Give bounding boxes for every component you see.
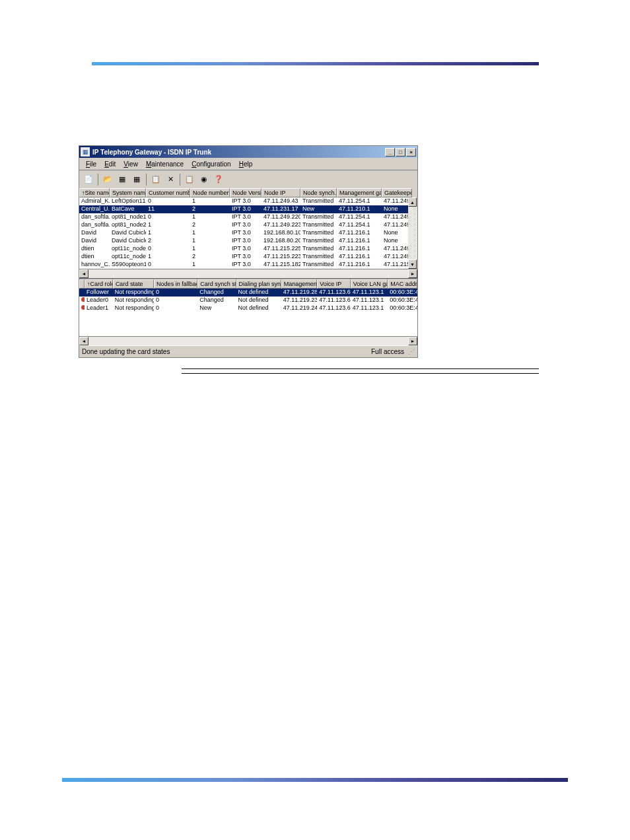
horizontal-scrollbar[interactable]: ◄ ► xyxy=(79,336,417,345)
table-row[interactable]: dan_softla...opt81_node101IPT 3.047.11.2… xyxy=(79,213,417,221)
cell: 1 xyxy=(190,197,230,205)
cell: opt81_node1 xyxy=(110,213,146,221)
cell: IPT 3.0 xyxy=(230,245,262,253)
table-row[interactable]: DavidDavid Cubicle11IPT 3.0192.168.80.10… xyxy=(79,229,417,237)
resize-grip-icon[interactable]: ⋰ xyxy=(408,348,415,355)
scroll-left-icon[interactable]: ◄ xyxy=(79,269,88,278)
cell: Not defined xyxy=(236,289,281,297)
cell: New xyxy=(197,304,236,312)
cell: 47.11.210.1 xyxy=(337,205,382,213)
menubar: File Edit View Maintenance Configuration… xyxy=(79,158,417,170)
menu-file[interactable]: File xyxy=(82,159,100,169)
table-row[interactable]: Central_U...BatCave112IPT 3.047.11.231.1… xyxy=(79,205,417,213)
table-row[interactable]: hannov_C...S590opteon1101IPT 3.047.11.21… xyxy=(79,261,417,269)
open-icon[interactable]: 📂 xyxy=(101,173,114,186)
col-node-number[interactable]: Node number xyxy=(190,188,230,197)
cell: IPT 3.0 xyxy=(230,237,262,245)
cell: 47.11.231.17 xyxy=(262,205,300,213)
sync-icon[interactable]: ◉ xyxy=(197,173,211,186)
cell: Transmitted xyxy=(300,253,337,261)
cell: David Cubicle xyxy=(110,229,146,237)
cell: Changed xyxy=(197,289,236,297)
table-row[interactable]: FollowerNot responding0ChangedNot define… xyxy=(79,289,417,297)
table-row[interactable]: Leader0Not responding0ChangedNot defined… xyxy=(79,297,417,304)
col-node-version[interactable]: Node Version xyxy=(230,188,262,197)
col-mgmt-gateway[interactable]: Management gat... xyxy=(337,188,382,197)
status-message: Done updating the card states xyxy=(82,348,170,355)
col-node-ip[interactable]: Node IP xyxy=(262,188,300,197)
cell: Central_U... xyxy=(79,205,110,213)
delete-icon[interactable]: ✕ xyxy=(164,173,177,186)
col-voice-lan[interactable]: Voice LAN gatew... xyxy=(351,279,388,289)
cell: Changed xyxy=(197,297,236,304)
col-mgmt-ip[interactable]: Management IP xyxy=(281,279,318,289)
cell: New xyxy=(300,205,337,213)
scroll-up-icon[interactable]: ▲ xyxy=(408,197,417,207)
col-card-role[interactable]: ↑Card role xyxy=(85,279,113,289)
new-icon[interactable]: 📄 xyxy=(82,173,95,186)
menu-maintenance[interactable]: Maintenance xyxy=(142,159,188,169)
cell: David xyxy=(79,229,110,237)
scroll-track[interactable] xyxy=(88,337,408,345)
scroll-track[interactable] xyxy=(88,269,408,278)
cell: Not responding xyxy=(113,304,154,312)
col-customer-number[interactable]: Customer number xyxy=(146,188,190,197)
cell: IPT 3.0 xyxy=(230,229,262,237)
scroll-right-icon[interactable]: ► xyxy=(408,269,417,278)
col-mac[interactable]: MAC address xyxy=(388,279,417,289)
col-nodes-fallback[interactable]: Nodes in fallback xyxy=(154,279,197,289)
col-system-name[interactable]: System name xyxy=(110,188,146,197)
vertical-scrollbar[interactable]: ▲ ▼ xyxy=(408,197,417,269)
toolbar-separator xyxy=(146,174,147,186)
cell: Transmitted xyxy=(300,197,337,205)
table-row[interactable]: Leader1Not responding0NewNot defined47.1… xyxy=(79,304,417,312)
table-row[interactable]: DavidDavid Cubicle21IPT 3.0192.168.80.20… xyxy=(79,237,417,245)
scroll-left-icon[interactable]: ◄ xyxy=(79,337,88,345)
menu-configuration[interactable]: Configuration xyxy=(188,159,235,169)
col-card-state[interactable]: Card state xyxy=(113,279,154,289)
help-icon[interactable]: ❓ xyxy=(212,173,225,186)
table-row[interactable]: Admiral_K...LeftOption1101IPT 3.047.11.2… xyxy=(79,197,417,205)
scroll-down-icon[interactable]: ▼ xyxy=(408,260,417,269)
row-marker xyxy=(79,304,85,312)
cell: 0 xyxy=(146,245,190,253)
cell: Not responding xyxy=(113,297,154,304)
menu-help[interactable]: Help xyxy=(235,159,257,169)
grid1-icon[interactable]: ▦ xyxy=(116,173,129,186)
cell: opt11c_node1 xyxy=(110,245,146,253)
cell: Transmitted xyxy=(300,229,337,237)
cell: 1 xyxy=(190,245,230,253)
cell: Leader1 xyxy=(85,304,113,312)
maximize-button[interactable]: □ xyxy=(396,148,405,157)
scroll-right-icon[interactable]: ► xyxy=(408,337,417,345)
cell: Leader0 xyxy=(85,297,113,304)
copy-icon[interactable]: 📋 xyxy=(149,173,162,186)
table-row[interactable]: dan_softla...opt81_node212IPT 3.047.11.2… xyxy=(79,221,417,229)
horizontal-scrollbar[interactable]: ◄ ► xyxy=(79,269,417,278)
col-voice-ip[interactable]: Voice IP xyxy=(317,279,351,289)
cell: hannov_C... xyxy=(79,261,110,269)
table-row[interactable]: dtienopt11c_node212IPT 3.047.11.215.223T… xyxy=(79,253,417,261)
grid2-icon[interactable]: ▦ xyxy=(130,173,143,186)
col-card-synch[interactable]: Card synch status xyxy=(197,279,236,289)
table-row[interactable]: dtienopt11c_node101IPT 3.047.11.215.225T… xyxy=(79,245,417,253)
cell: 47.11.216.1 xyxy=(337,229,382,237)
col-site-name[interactable]: ↑Site name xyxy=(79,188,110,197)
scroll-track[interactable] xyxy=(408,207,417,260)
col-node-synch[interactable]: Node synch... xyxy=(300,188,337,197)
cell: Not defined xyxy=(236,297,281,304)
minimize-button[interactable]: _ xyxy=(385,148,395,157)
menu-view[interactable]: View xyxy=(120,159,142,169)
menu-edit[interactable]: Edit xyxy=(100,159,120,169)
cell: Not responding xyxy=(113,289,154,297)
cell: 11 xyxy=(146,205,190,213)
caption-separator xyxy=(182,368,539,378)
col-dialing-plan[interactable]: Dialing plan synch... xyxy=(236,279,281,289)
cell: 47.11.123.1 xyxy=(351,304,388,312)
cell: 1 xyxy=(190,213,230,221)
paste-icon[interactable]: 📋 xyxy=(183,173,196,186)
cell: 47.11.216.1 xyxy=(337,237,382,245)
titlebar: ▦ IP Telephony Gateway - ISDN IP Trunk _… xyxy=(79,146,417,158)
col-gatekeeper[interactable]: Gatekeepe xyxy=(382,188,412,197)
close-button[interactable]: × xyxy=(406,148,416,157)
